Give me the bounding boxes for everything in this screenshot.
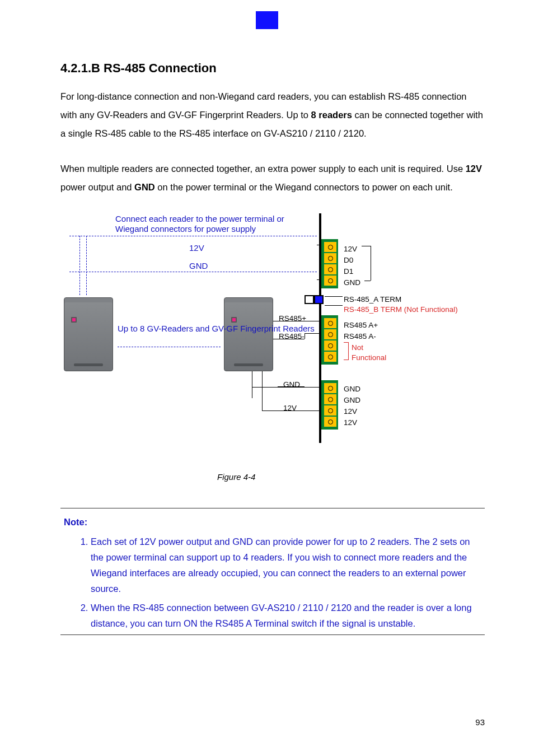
rs485-switch: [305, 295, 324, 304]
sig-rs485p: RS485+: [279, 311, 306, 326]
notes-rule-top: [60, 508, 485, 508]
chapter-tab: [256, 11, 278, 29]
diag-header-2: Wiegand connectors for power supply: [115, 223, 256, 235]
pwr-12v2: 12V: [344, 415, 357, 430]
sw-b-label: RS-485_B TERM (Not Functional): [344, 302, 458, 317]
paragraph-2: When multiple readers are connected toge…: [60, 160, 485, 197]
note-1: Each set of 12V power output and GND can…: [91, 534, 485, 600]
sig-gnd: GND: [283, 377, 300, 392]
p2-c: power output and: [60, 182, 134, 192]
wiegand-gnd: GND: [344, 275, 360, 290]
notes-rule-bottom: [60, 634, 485, 635]
diag-header-1: Connect each reader to the power termina…: [115, 213, 284, 225]
lane-gnd: GND: [189, 260, 208, 272]
sig-12v: 12V: [283, 400, 297, 416]
sig-rs485m: RS485-: [279, 329, 305, 344]
note-2: When the RS-485 connection between GV-AS…: [91, 600, 485, 634]
p1-bold: 8 readers: [311, 110, 352, 120]
page-number: 93: [475, 717, 485, 727]
figure-caption: Figure 4-4: [217, 469, 485, 486]
lane-12v: 12V: [189, 242, 204, 254]
paragraph-1: For long-distance connection and non-Wie…: [60, 87, 485, 143]
section-title: 4.2.1.B RS-485 Connection: [60, 56, 485, 81]
p2-a: When multiple readers are connected toge…: [60, 164, 466, 174]
notes-block: Note: Each set of 12V power output and G…: [60, 513, 485, 634]
notes-lead: Note:: [64, 517, 87, 527]
wiring-diagram: Connect each reader to the power termina…: [55, 213, 480, 454]
p2-b1: 12V: [466, 164, 482, 174]
p2-d: on the power terminal or the Wiegand con…: [155, 182, 453, 192]
reader-device-1: [64, 297, 113, 371]
rs485-nf2: Functional: [352, 350, 386, 365]
p2-b2: GND: [134, 182, 155, 192]
